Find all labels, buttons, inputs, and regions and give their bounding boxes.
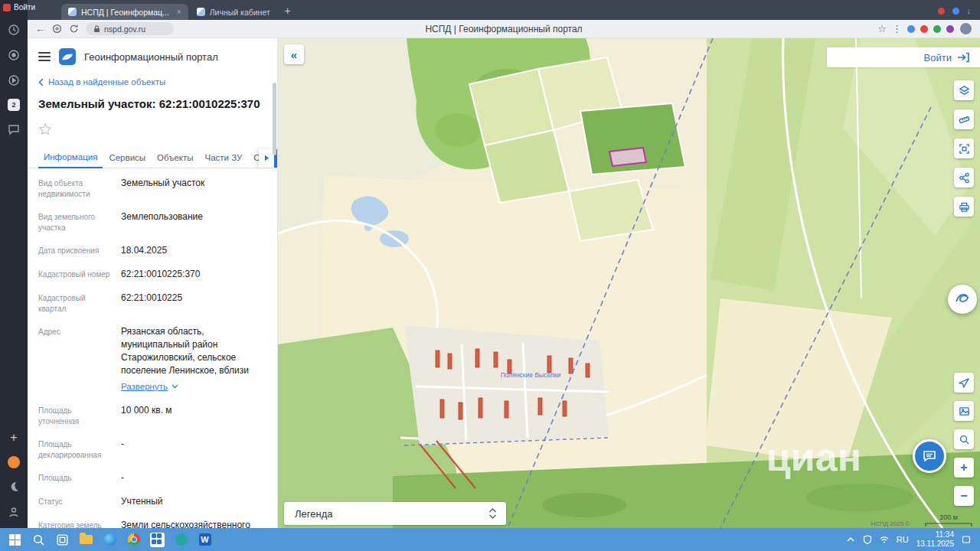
downloads-icon[interactable]: ↓ <box>967 6 972 15</box>
taskbar-search-icon[interactable] <box>28 530 49 549</box>
object-info-panel: Геоинформационный портал Назад в найденн… <box>28 38 278 528</box>
kebab-menu-icon[interactable]: ⋮ <box>892 24 902 34</box>
extensions-icon[interactable] <box>52 24 62 34</box>
extension-blue-icon[interactable] <box>952 8 959 15</box>
highlighted-parcel[interactable] <box>609 148 646 166</box>
browser-tab[interactable]: НСПД | Геоинформац...× <box>61 4 188 20</box>
shield-icon[interactable] <box>863 535 872 544</box>
browser-titlebar: НСПД | Геоинформац...×Личный кабинет + ↓ <box>28 0 980 20</box>
extension-3-icon[interactable] <box>933 25 941 33</box>
print-button[interactable] <box>954 197 974 217</box>
wifi-icon[interactable] <box>880 535 889 544</box>
record-circle-icon[interactable] <box>7 48 21 62</box>
field-value: 62:21:0010225:370 <box>121 268 200 281</box>
search-map-button[interactable] <box>954 429 974 449</box>
zoom-out-button[interactable]: − <box>954 486 974 506</box>
map-viewport[interactable]: Полянские Выселки циан НСПД 2025 © 200 м… <box>278 38 980 528</box>
browser-tab[interactable]: Личный кабинет <box>190 4 277 20</box>
map-login-bar[interactable]: Войти <box>827 47 980 67</box>
feedback-doodle-button[interactable] <box>948 285 977 314</box>
hamburger-menu-icon[interactable] <box>38 52 51 61</box>
tray-date: 13.11.2025 <box>916 540 954 549</box>
extension-red-icon[interactable] <box>938 8 945 15</box>
teal-app-icon[interactable] <box>171 530 191 549</box>
file-explorer-icon[interactable] <box>76 530 96 549</box>
clock[interactable]: 11:34 13.11.2025 <box>916 530 954 549</box>
field-row: Дата присвоения18.04.2025 <box>38 239 266 262</box>
ruler-button[interactable] <box>954 109 974 129</box>
panel-tab-информация[interactable]: Информация <box>38 147 103 168</box>
panel-tab-части зу[interactable]: Части ЗУ <box>200 148 248 168</box>
tab-title: Личный кабинет <box>210 8 270 17</box>
panel-scrollbar[interactable] <box>273 83 276 155</box>
field-label: Кадастровый номер <box>38 268 112 280</box>
panel-tabs: ИнформацияСервисыОбъектыЧасти ЗУСоста <box>28 147 277 168</box>
profile-avatar[interactable] <box>959 22 972 35</box>
extension-1-icon[interactable] <box>907 25 915 33</box>
select-area-button[interactable] <box>954 139 974 158</box>
map-login-label: Войти <box>924 52 952 64</box>
basemap-button[interactable] <box>954 401 974 421</box>
favorite-star-icon[interactable] <box>28 112 277 139</box>
share-button[interactable] <box>954 168 974 187</box>
collapse-panel-button[interactable]: « <box>284 44 304 64</box>
grid-app-icon[interactable] <box>147 530 168 549</box>
address-bar[interactable]: nspd.gov.ru <box>86 22 174 35</box>
browser-tabs: НСПД | Геоинформац...×Личный кабинет <box>28 0 277 20</box>
browser-toolbar: НСПД | Геоинформационный портал ← nspd.g… <box>28 20 980 38</box>
field-row: Вид объекта недвижимостиЗемельный участо… <box>38 171 266 205</box>
field-row: СтатусУчтенный <box>38 490 266 514</box>
field-value: Рязанская область, муниципальный район С… <box>121 325 266 393</box>
layers-button[interactable] <box>954 80 974 100</box>
history-clock-icon[interactable] <box>7 23 21 37</box>
panel-tab-объекты[interactable]: Объекты <box>152 148 198 168</box>
field-label: Кадастровый квартал <box>38 292 112 315</box>
edge-icon[interactable] <box>100 530 120 549</box>
task-view-icon[interactable] <box>52 530 73 549</box>
language-indicator[interactable]: RU <box>897 535 909 544</box>
watermark: циан <box>766 435 861 479</box>
chat-widget-button[interactable] <box>913 439 946 473</box>
extension-2-icon[interactable] <box>920 25 928 33</box>
chat-bubble-icon[interactable] <box>7 122 21 136</box>
chrome-icon[interactable] <box>123 530 144 549</box>
bookmark-star-icon[interactable]: ☆ <box>877 24 887 34</box>
titlebar-right-icons: ↓ <box>938 6 980 20</box>
field-label: Площадь декларированная <box>38 438 112 461</box>
back-icon[interactable]: ← <box>35 24 45 34</box>
new-tab-button[interactable]: + <box>280 3 296 18</box>
window-login-icon <box>3 4 11 11</box>
expand-address-link[interactable]: Развернуть <box>121 380 178 393</box>
play-icon[interactable] <box>7 73 21 87</box>
chevron-down-icon <box>172 384 178 389</box>
notification-center-icon[interactable] <box>962 535 971 544</box>
start-button[interactable] <box>5 530 25 549</box>
tab-count-badge[interactable]: 2 <box>8 99 20 111</box>
tab-close-icon[interactable]: × <box>177 8 181 16</box>
back-link-label: Назад в найденные объекты <box>48 77 165 86</box>
map-canvas[interactable]: Полянские Выселки циан НСПД 2025 © 200 м <box>278 38 980 528</box>
object-title: Земельный участок: 62:21:0010225:370 <box>28 86 277 112</box>
profile-icon[interactable] <box>7 505 21 528</box>
add-icon[interactable]: + <box>7 431 21 445</box>
field-row: АдресРязанская область, муниципальный ра… <box>38 320 266 399</box>
system-tray: RU 11:34 13.11.2025 <box>846 530 975 549</box>
legend-bar[interactable]: Легенда <box>284 502 506 525</box>
reload-icon[interactable] <box>69 24 79 34</box>
back-to-results-link[interactable]: Назад в найденные объекты <box>28 70 277 86</box>
field-value: - <box>121 438 124 451</box>
orange-app-icon[interactable] <box>8 456 20 468</box>
field-label: Площадь уточненная <box>38 404 112 427</box>
panel-tab-сервисы[interactable]: Сервисы <box>103 148 151 168</box>
field-label: Адрес <box>38 325 112 337</box>
field-row: Площадь декларированная- <box>38 432 266 466</box>
locate-button[interactable] <box>954 373 974 393</box>
zoom-in-button[interactable]: + <box>954 458 974 478</box>
word-icon[interactable]: W <box>194 530 215 549</box>
tray-expand-icon[interactable] <box>846 535 855 544</box>
extension-4-icon[interactable] <box>946 25 954 33</box>
moon-icon[interactable] <box>7 480 21 494</box>
field-value: 18.04.2025 <box>121 244 167 257</box>
window-login[interactable]: Войти <box>3 3 35 11</box>
field-row: Кадастровый номер62:21:0010225:370 <box>38 262 266 286</box>
